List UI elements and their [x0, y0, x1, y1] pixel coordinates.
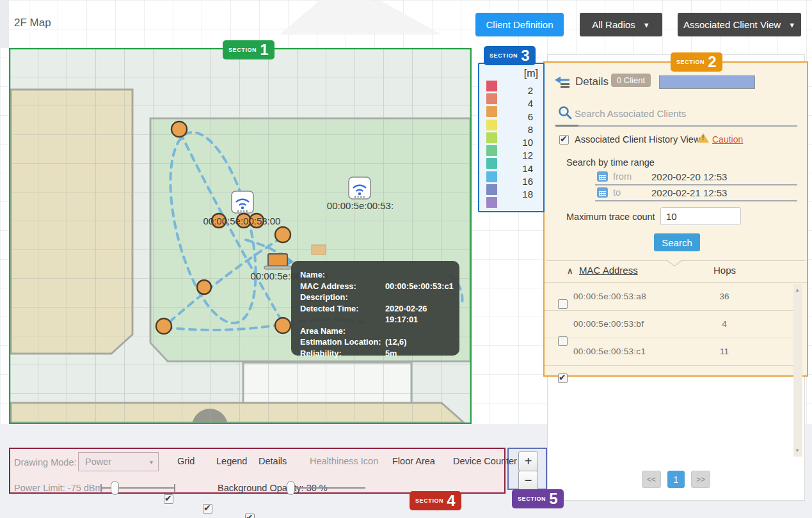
trace-point: [171, 122, 187, 137]
legend-value: 10: [522, 137, 533, 148]
healthiness-icon-label: Healthiness Icon: [310, 456, 378, 466]
legend-swatch: [486, 106, 497, 117]
power-limit-slider-thumb[interactable]: [111, 481, 119, 495]
legend-value: 16: [522, 176, 533, 187]
bg-opacity-slider-thumb[interactable]: [287, 481, 295, 495]
tooltip-value: [385, 269, 450, 281]
tooltip-label: Estimation Location:: [300, 336, 385, 348]
color-indicator-bar: [659, 75, 755, 89]
section4-badge: SECTION4: [410, 491, 461, 510]
from-datetime[interactable]: 2020-02-20 12:53: [651, 171, 727, 182]
floor-object: [312, 245, 326, 255]
legend-label: Legend: [216, 456, 247, 466]
slider-end-cap: [100, 484, 102, 492]
col-header-mac[interactable]: MAC Address: [579, 265, 638, 276]
back-arrow-icon[interactable]: [554, 75, 572, 90]
grid-label: Grid: [177, 456, 195, 466]
calendar-icon[interactable]: [597, 171, 608, 182]
tooltip-value: 5m: [385, 348, 450, 359]
calendar-icon[interactable]: [597, 187, 608, 198]
max-trace-input[interactable]: [660, 207, 741, 225]
slider-end-cap: [174, 484, 175, 492]
left-edge-strip: [0, 0, 9, 48]
row-hops: 4: [705, 319, 744, 329]
tooltip-label: Reliability:: [300, 348, 385, 359]
zoom-out-button[interactable]: −: [518, 471, 538, 491]
max-trace-label: Maximum trace count: [566, 212, 655, 222]
floor-map-canvas: 00:00:5e:00:53:00 00:00:5e:00:53: 00:00:…: [9, 48, 472, 424]
row-mac[interactable]: 00:00:5e:00:53:c1: [573, 347, 646, 356]
legend-swatch: [486, 120, 497, 130]
legend-value: 6: [528, 111, 533, 122]
page-number-button[interactable]: 1: [667, 471, 685, 488]
bg-opacity-slider[interactable]: [288, 487, 365, 489]
section3-badge: SECTION3: [484, 46, 536, 65]
details-title: Details: [575, 75, 609, 88]
associated-client-view-dropdown[interactable]: Associated Client View ▼: [678, 13, 801, 36]
to-label: to: [613, 187, 621, 198]
trace-point: [275, 318, 291, 333]
row-separator: [545, 310, 793, 311]
row-checkbox[interactable]: [558, 299, 568, 309]
map-grid: [9, 48, 472, 424]
access-point-icon[interactable]: [232, 191, 253, 213]
search-button[interactable]: Search: [654, 233, 700, 251]
row-checkbox[interactable]: [558, 373, 568, 383]
details-label: Details: [259, 456, 287, 466]
legend-checkbox[interactable]: [203, 504, 212, 514]
floor-map[interactable]: 00:00:5e:00:53:00 00:00:5e:00:53: 00:00:…: [9, 48, 472, 424]
grid-checkbox[interactable]: [164, 494, 173, 504]
scroll-up-icon[interactable]: ▲: [795, 287, 800, 293]
floor-area-label: Floor Area: [392, 456, 435, 466]
to-underline: [595, 200, 797, 201]
drawing-mode-select[interactable]: Power ▾: [78, 452, 159, 471]
legend-value: 14: [522, 163, 533, 174]
client-definition-button[interactable]: Client Definition: [475, 13, 564, 36]
legend-swatch: [486, 145, 497, 156]
page-next-button[interactable]: >>: [691, 471, 710, 488]
details-checkbox[interactable]: [245, 514, 255, 518]
legend-value: 12: [522, 150, 533, 161]
row-mac[interactable]: 00:00:5e:00:53:bf: [573, 319, 644, 329]
from-label: from: [613, 171, 632, 182]
tooltip-label: MAC Address:: [300, 281, 385, 292]
access-point-icon[interactable]: [349, 177, 370, 199]
ap2-mac-label: 00:00:5e:00:53:: [327, 200, 394, 211]
all-radios-dropdown[interactable]: All Radios ▼: [580, 13, 662, 36]
search-underline-accent: [555, 125, 578, 127]
panel-scrollbar[interactable]: ▲ ▼: [793, 284, 802, 457]
legend-value: 18: [522, 189, 533, 200]
sort-asc-icon[interactable]: ∧: [567, 266, 573, 276]
search-underline: [555, 125, 797, 127]
row-mac[interactable]: 00:00:5e:00:53:a8: [573, 292, 646, 301]
divider-notch: [666, 260, 683, 267]
time-range-label: Search by time range: [566, 157, 655, 168]
row-hops: 11: [705, 347, 744, 356]
caution-link[interactable]: Caution: [712, 134, 743, 145]
row-hops: 36: [705, 292, 744, 301]
section5-badge: SECTION5: [512, 489, 564, 508]
to-datetime[interactable]: 2020-02-21 12:53: [651, 187, 727, 198]
legend-swatch: [486, 93, 497, 104]
legend-unit: [m]: [524, 68, 538, 79]
legend-swatch: [486, 197, 497, 208]
history-view-checkbox[interactable]: [559, 135, 569, 145]
tooltip-value: (12,6): [385, 336, 450, 348]
section2-badge: SECTION2: [671, 52, 722, 72]
select-caret-icon: ▾: [150, 459, 153, 466]
client-count-badge: 0 Client: [611, 74, 651, 87]
ap1-mac-label: 00:00:5e:00:53:00: [203, 216, 281, 226]
scroll-down-icon[interactable]: ▼: [795, 448, 800, 453]
trace-point: [156, 318, 171, 334]
row-separator: [545, 365, 793, 366]
tooltip-value: 00:00:5e:00:53:c1: [385, 281, 454, 292]
drawing-mode-label: Drawing Mode:: [14, 457, 77, 467]
page-prev-button[interactable]: <<: [642, 471, 661, 488]
search-clients-input[interactable]: [575, 105, 792, 122]
zoom-in-button[interactable]: +: [518, 451, 538, 471]
laptop-client-icon[interactable]: [264, 254, 291, 269]
distance-legend: [m] 2 4 6 8 10 12 14 16 18: [478, 63, 545, 212]
legend-swatch: [486, 184, 497, 195]
client-detail-tooltip: Name: MAC Address:00:00:5e:00:53:c1 Desc…: [291, 261, 459, 356]
chevron-down-icon: ▼: [643, 21, 650, 29]
